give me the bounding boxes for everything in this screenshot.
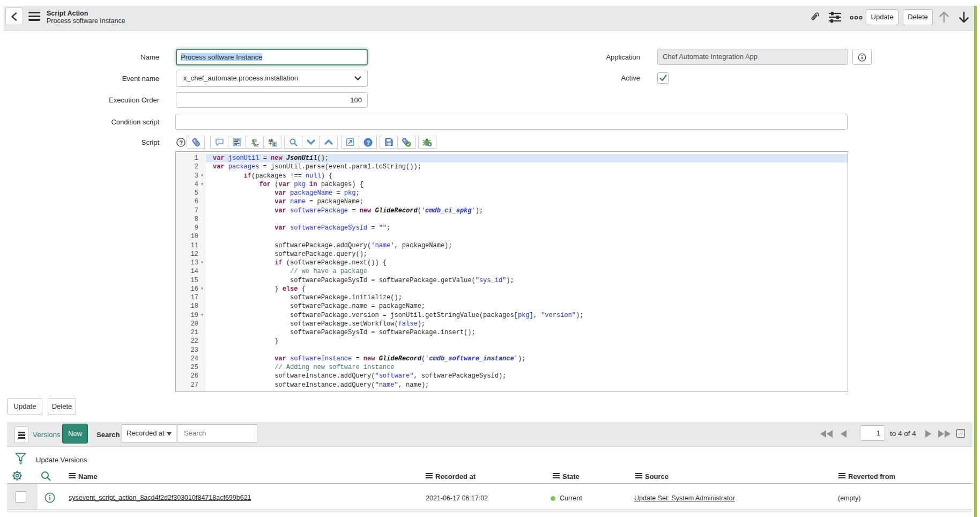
svg-text:?: ? [366,139,370,145]
svg-text:ac: ac [254,143,258,147]
svg-text:ab: ab [252,138,257,143]
svg-text:?: ? [179,139,183,146]
